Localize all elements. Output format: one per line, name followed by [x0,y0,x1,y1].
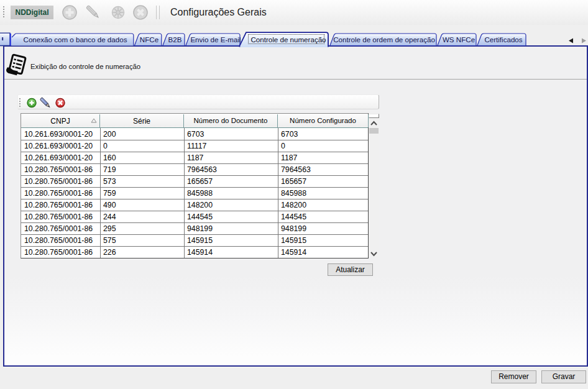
svg-text:Envio de E-mail: Envio de E-mail [190,35,241,43]
svg-text:WS NFCe: WS NFCe [443,35,475,43]
svg-text:Conexão com o banco de dados: Conexão com o banco de dados [24,35,127,43]
svg-text:Controle de ordem de operação: Controle de ordem de operação [333,35,435,43]
svg-text:B2B: B2B [168,35,182,43]
svg-text:NFCe: NFCe [140,35,158,43]
svg-text:Certificados: Certificados [484,35,522,43]
